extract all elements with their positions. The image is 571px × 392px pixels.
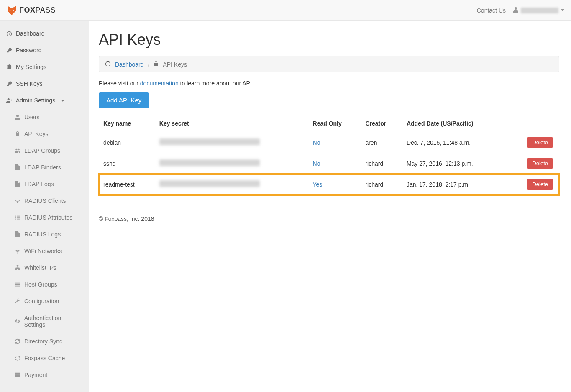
table-header: Creator — [361, 115, 402, 132]
table-header: Read Only — [309, 115, 361, 132]
user-menu[interactable] — [513, 7, 564, 14]
brand-text-light: PASS — [36, 6, 56, 15]
sidebar-item-foxpass-cache[interactable]: Foxpass Cache — [0, 350, 89, 366]
creator-cell: richard — [361, 153, 402, 174]
bars-icon — [14, 282, 21, 287]
contact-us-link[interactable]: Contact Us — [477, 7, 506, 14]
sidebar-item-ldap-groups[interactable]: LDAP Groups — [0, 142, 89, 159]
sidebar-item-label: LDAP Logs — [24, 181, 54, 187]
action-cell: Delete — [508, 153, 559, 174]
sidebar-item-label: Directory Sync — [24, 338, 62, 345]
sidebar-admin-label: Admin Settings — [16, 97, 55, 104]
sidebar-item-label: Password — [16, 47, 41, 54]
sidebar-item-label: API Keys — [24, 131, 49, 137]
read-only-toggle[interactable]: Yes — [313, 181, 323, 188]
user-icon — [513, 7, 518, 14]
key-secret-cell — [155, 153, 309, 174]
user-icon — [14, 114, 21, 120]
chevron-down-icon — [61, 100, 64, 102]
secret-blurred — [159, 180, 260, 187]
svg-rect-2 — [19, 269, 20, 270]
gear-icon — [14, 318, 21, 324]
creator-cell: richard — [361, 174, 402, 195]
sidebar-item-dashboard[interactable]: Dashboard — [0, 25, 89, 42]
creator-cell: aren — [361, 132, 402, 153]
chevron-down-icon — [561, 9, 564, 11]
delete-button[interactable]: Delete — [527, 158, 553, 169]
sidebar-item-ldap-binders[interactable]: LDAP Binders — [0, 159, 89, 176]
file-icon — [14, 181, 21, 187]
brand-text-bold: FOX — [19, 6, 36, 15]
wifi-icon — [14, 248, 21, 254]
intro-text: Please visit our documentation to learn … — [99, 80, 559, 87]
sidebar-item-directory-sync[interactable]: Directory Sync — [0, 333, 89, 350]
sidebar-item-authentication-settings[interactable]: Authentication Settings — [0, 310, 89, 333]
table-header: Added Date (US/Pacific) — [402, 115, 508, 132]
card-icon — [14, 372, 21, 377]
added-date-cell: Jan. 17, 2018, 2:17 p.m. — [402, 174, 508, 195]
user-name-blurred — [521, 8, 558, 13]
breadcrumb: Dashboard / API Keys — [99, 56, 559, 72]
table-row: sshdNorichardMay 27, 2016, 12:13 p.m.Del… — [99, 153, 559, 174]
svg-rect-3 — [15, 373, 20, 377]
sidebar-item-admin-settings[interactable]: Admin Settings — [0, 92, 89, 109]
sidebar-item-api-keys[interactable]: API Keys — [0, 126, 89, 142]
refresh-icon — [14, 338, 21, 344]
breadcrumb-separator: / — [148, 61, 150, 68]
sidebar: DashboardPasswordMy SettingsSSH Keys Adm… — [0, 21, 89, 392]
file-icon — [14, 164, 21, 170]
sidebar-item-label: WiFi Networks — [24, 248, 62, 254]
table-row: readme-testYesrichardJan. 17, 2018, 2:17… — [99, 174, 559, 195]
sidebar-item-label: Foxpass Cache — [24, 355, 65, 361]
wrench-icon — [14, 298, 21, 304]
wifi-icon — [14, 198, 21, 204]
delete-button[interactable]: Delete — [527, 137, 553, 148]
table-header: Key secret — [155, 115, 309, 132]
added-date-cell: Dec. 7, 2015, 11:48 a.m. — [402, 132, 508, 153]
file-icon — [14, 231, 21, 237]
sidebar-item-payment[interactable]: Payment — [0, 366, 89, 383]
footer-copyright: © Foxpass, Inc. 2018 — [99, 215, 559, 222]
user-plus-icon — [6, 97, 13, 103]
svg-rect-4 — [15, 374, 20, 374]
sidebar-item-users[interactable]: Users — [0, 109, 89, 126]
sidebar-item-host-groups[interactable]: Host Groups — [0, 276, 89, 293]
dashboard-icon — [105, 61, 111, 68]
sidebar-item-label: Host Groups — [24, 281, 57, 288]
sidebar-item-radius-clients[interactable]: RADIUS Clients — [0, 192, 89, 209]
sidebar-item-ssh-keys[interactable]: SSH Keys — [0, 75, 89, 92]
key-icon — [6, 81, 13, 87]
svg-rect-1 — [15, 269, 17, 270]
group-icon — [14, 148, 21, 154]
sidebar-item-whitelist-ips[interactable]: Whitelist IPs — [0, 259, 89, 276]
read-only-toggle[interactable]: No — [313, 160, 320, 167]
documentation-link[interactable]: documentation — [140, 80, 179, 87]
sidebar-item-ldap-logs[interactable]: LDAP Logs — [0, 176, 89, 192]
add-api-key-button[interactable]: Add API Key — [99, 92, 149, 108]
sidebar-item-wifi-networks[interactable]: WiFi Networks — [0, 243, 89, 259]
page-title: API Keys — [99, 31, 559, 49]
sidebar-item-radius-attributes[interactable]: RADIUS Attributes — [0, 209, 89, 226]
dashboard-icon — [6, 31, 13, 36]
sidebar-item-radius-logs[interactable]: RADIUS Logs — [0, 226, 89, 243]
sidebar-item-my-settings[interactable]: My Settings — [0, 59, 89, 75]
sidebar-item-label: Payment — [24, 372, 47, 378]
breadcrumb-current: API Keys — [163, 61, 187, 68]
read-only-toggle[interactable]: No — [313, 139, 320, 146]
sidebar-item-configuration[interactable]: Configuration — [0, 293, 89, 310]
read-only-cell: No — [309, 153, 361, 174]
table-header — [508, 115, 559, 132]
delete-button[interactable]: Delete — [527, 179, 553, 190]
sidebar-item-password[interactable]: Password — [0, 42, 89, 59]
brand-logo[interactable]: FOXPASS — [7, 5, 56, 16]
table-header: Key name — [99, 115, 155, 132]
key-icon — [6, 47, 13, 53]
sidebar-item-label: Whitelist IPs — [24, 264, 56, 271]
read-only-cell: No — [309, 132, 361, 153]
key-name-cell: readme-test — [99, 174, 155, 195]
sidebar-item-label: RADIUS Attributes — [24, 214, 72, 221]
key-name-cell: debian — [99, 132, 155, 153]
key-name-cell: sshd — [99, 153, 155, 174]
read-only-cell: Yes — [309, 174, 361, 195]
breadcrumb-dashboard-link[interactable]: Dashboard — [115, 61, 144, 68]
